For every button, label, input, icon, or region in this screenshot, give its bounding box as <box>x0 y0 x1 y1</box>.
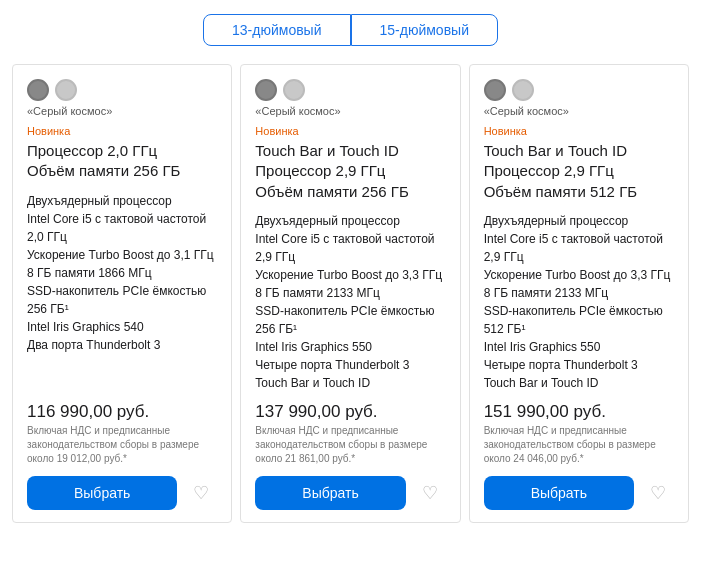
card-title-3: Touch Bar и Touch ID Процессор 2,9 ГГц О… <box>484 141 674 202</box>
swatch-dark-3[interactable] <box>484 79 506 101</box>
swatch-light-1[interactable] <box>55 79 77 101</box>
select-button-3[interactable]: Выбрать <box>484 476 634 510</box>
price-3: 151 990,00 руб. <box>484 402 674 422</box>
wishlist-button-1[interactable]: ♡ <box>185 477 217 509</box>
card-actions-1: Выбрать ♡ <box>27 476 217 510</box>
price-note-2: Включая НДС и предписанные законодательс… <box>255 424 445 466</box>
wishlist-button-2[interactable]: ♡ <box>414 477 446 509</box>
price-1: 116 990,00 руб. <box>27 402 217 422</box>
cards-container: «Серый космос» Новинка Процессор 2,0 ГГц… <box>0 64 701 523</box>
select-button-1[interactable]: Выбрать <box>27 476 177 510</box>
select-button-2[interactable]: Выбрать <box>255 476 405 510</box>
card-actions-3: Выбрать ♡ <box>484 476 674 510</box>
price-2: 137 990,00 руб. <box>255 402 445 422</box>
color-label-3: «Серый космос» <box>484 105 674 117</box>
color-swatches-1 <box>27 79 217 101</box>
card-specs-3: Двухъядерный процессор Intel Core i5 с т… <box>484 212 674 392</box>
product-card-2: «Серый космос» Новинка Touch Bar и Touch… <box>240 64 460 523</box>
swatch-dark-2[interactable] <box>255 79 277 101</box>
badge-new-2: Новинка <box>255 125 445 137</box>
swatch-light-2[interactable] <box>283 79 305 101</box>
swatch-light-3[interactable] <box>512 79 534 101</box>
price-note-3: Включая НДС и предписанные законодательс… <box>484 424 674 466</box>
color-swatches-3 <box>484 79 674 101</box>
card-title-1: Процессор 2,0 ГГц Объём памяти 256 ГБ <box>27 141 217 182</box>
tab-13inch[interactable]: 13-дюймовый <box>203 14 350 46</box>
badge-new-1: Новинка <box>27 125 217 137</box>
tab-15inch[interactable]: 15-дюймовый <box>351 14 498 46</box>
card-specs-2: Двухъядерный процессор Intel Core i5 с т… <box>255 212 445 392</box>
swatch-dark-1[interactable] <box>27 79 49 101</box>
price-note-1: Включая НДС и предписанные законодательс… <box>27 424 217 466</box>
color-label-1: «Серый космос» <box>27 105 217 117</box>
wishlist-button-3[interactable]: ♡ <box>642 477 674 509</box>
product-card-1: «Серый космос» Новинка Процессор 2,0 ГГц… <box>12 64 232 523</box>
card-specs-1: Двухъядерный процессор Intel Core i5 с т… <box>27 192 217 392</box>
color-label-2: «Серый космос» <box>255 105 445 117</box>
card-actions-2: Выбрать ♡ <box>255 476 445 510</box>
card-title-2: Touch Bar и Touch ID Процессор 2,9 ГГц О… <box>255 141 445 202</box>
tab-switcher: 13-дюймовый 15-дюймовый <box>0 0 701 64</box>
badge-new-3: Новинка <box>484 125 674 137</box>
color-swatches-2 <box>255 79 445 101</box>
product-card-3: «Серый космос» Новинка Touch Bar и Touch… <box>469 64 689 523</box>
